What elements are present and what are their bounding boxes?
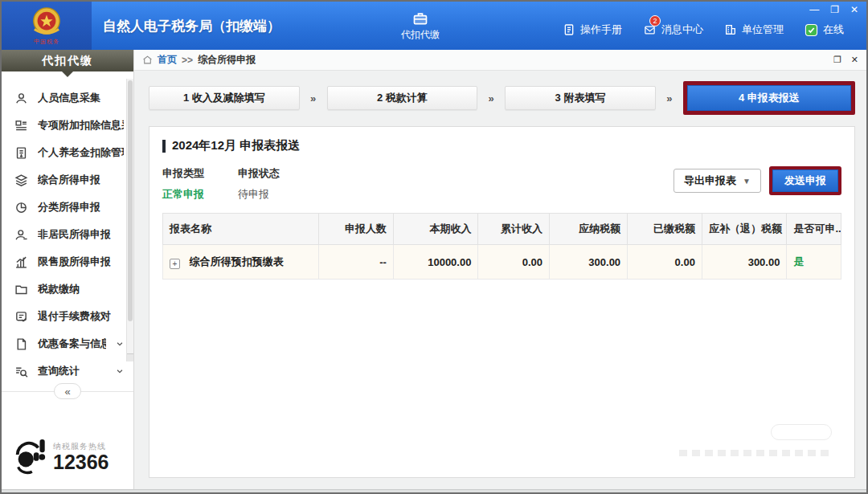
logo-caption: 中国税务 [34, 38, 59, 46]
pension-doc-icon [14, 146, 28, 160]
step-1-income[interactable]: 1 收入及减除填写 [149, 86, 300, 110]
send-highlight-annotation: 发送申报 [769, 166, 841, 195]
message-label: 消息中心 [661, 22, 703, 37]
send-declaration-button[interactable]: 发送申报 [772, 169, 838, 192]
minimize-button[interactable]: — [809, 5, 819, 14]
cell-can-declare: 是 [787, 245, 841, 280]
declare-type-value: 正常申报 [162, 187, 204, 202]
sidebar: 代扣代缴 人员信息采集 专项附加扣除信息采集 个人养老金扣除管理 综合所得申报 [2, 50, 134, 489]
action-buttons: 导出申报表 ▼ 发送申报 [674, 166, 841, 195]
step-separator: » [300, 92, 327, 104]
cell-tax-paid: 0.00 [628, 245, 702, 280]
expand-row-icon[interactable]: + [170, 259, 180, 269]
declare-status-label: 申报状态 [238, 166, 280, 181]
sidebar-item-comprehensive-income[interactable]: 综合所得申报 [2, 166, 133, 194]
sidebar-collapse-bar: « [2, 391, 133, 399]
cell-cumulative-income: 0.00 [478, 245, 550, 280]
sidebar-title: 代扣代缴 [2, 50, 133, 71]
export-report-button[interactable]: 导出申报表 ▼ [674, 169, 761, 193]
inner-window-controls: ❐ ✕ [833, 55, 858, 65]
sidebar-item-label: 非居民所得申报 [38, 227, 111, 242]
file-icon [14, 337, 28, 351]
header-links: 操作手册 2 消息中心 单位管理 在线 [563, 22, 866, 37]
sidebar-item-preferential-filing[interactable]: 优惠备案与信息报送 [2, 330, 133, 357]
cell-report-name: + 综合所得预扣预缴表 [163, 245, 319, 280]
step-separator: » [477, 92, 505, 104]
sidebar-item-label: 综合所得申报 [38, 173, 100, 187]
sidebar-item-pension-deduction[interactable]: 个人养老金扣除管理 [2, 139, 133, 166]
tab-daikou-daijiao[interactable]: 代扣代缴 [401, 10, 440, 42]
sidebar-item-nonresident-income[interactable]: 非居民所得申报 [2, 221, 133, 248]
doc-check-icon [14, 310, 28, 324]
person-icon [14, 92, 28, 105]
online-label: 在线 [823, 22, 844, 37]
app-title: 自然人电子税务局（扣缴端） [103, 17, 280, 35]
sidebar-item-refund-check[interactable]: 退付手续费核对 [2, 303, 133, 330]
declare-type-block: 申报类型 正常申报 [162, 166, 204, 202]
col-tax-payable: 应纳税额 [550, 214, 628, 245]
step-separator: » [656, 92, 683, 104]
breadcrumb-home[interactable]: 首页 [158, 53, 177, 67]
sidebar-item-label: 税款缴纳 [38, 282, 80, 296]
header-tab-label: 代扣代缴 [401, 28, 440, 42]
scrollbar-down-button[interactable] [127, 353, 133, 361]
sidebar-menu: 人员信息采集 专项附加扣除信息采集 个人养老金扣除管理 综合所得申报 分类所得申… [2, 71, 133, 385]
message-center-link[interactable]: 2 消息中心 [643, 22, 703, 37]
main-area: 首页 >> 综合所得申报 ❐ ✕ 1 收入及减除填写 » 2 税款计算 » 3 … [134, 50, 866, 489]
card-title-row: 2024年12月 申报表报送 [162, 138, 841, 153]
col-cumulative-income: 累计收入 [478, 214, 550, 245]
report-name-text: 综合所得预扣预缴表 [190, 255, 284, 267]
chevron-down-icon: ▼ [743, 177, 751, 186]
step-3-attached-tables[interactable]: 3 附表填写 [505, 86, 656, 110]
briefcase-icon [411, 10, 429, 27]
layers-icon [14, 174, 28, 187]
sidebar-item-special-deduction[interactable]: 专项附加扣除信息采集 [2, 112, 133, 139]
form-icon [14, 119, 28, 133]
breadcrumb-separator: >> [182, 55, 193, 66]
bar-chart-icon [14, 255, 28, 269]
online-icon [805, 23, 818, 37]
unit-management-link[interactable]: 单位管理 [724, 22, 784, 37]
sidebar-item-label: 退付手续费核对 [38, 309, 111, 324]
breadcrumb: 首页 >> 综合所得申报 ❐ ✕ [134, 50, 866, 71]
sidebar-item-tax-payment[interactable]: 税款缴纳 [2, 276, 133, 303]
sidebar-collapse-button[interactable]: « [54, 383, 81, 399]
chevron-down-icon [116, 338, 124, 350]
inner-restore-button[interactable]: ❐ [833, 55, 841, 65]
sidebar-item-query-statistics[interactable]: 查询统计 [2, 357, 133, 385]
close-button[interactable]: ✕ [850, 5, 858, 14]
cell-current-income: 10000.00 [393, 245, 478, 280]
sidebar-item-classified-income[interactable]: 分类所得申报 [2, 194, 133, 221]
home-icon [142, 55, 153, 65]
maximize-button[interactable]: ❐ [830, 5, 839, 14]
step-bar: 1 收入及减除填写 » 2 税款计算 » 3 附表填写 » 4 申报表报送 [134, 71, 866, 121]
step-4-submit[interactable]: 4 申报表报送 [687, 85, 851, 111]
message-badge: 2 [649, 15, 661, 27]
sidebar-item-personnel-info[interactable]: 人员信息采集 [2, 84, 133, 112]
building-icon [724, 23, 737, 36]
inner-close-button[interactable]: ✕ [851, 55, 858, 65]
sidebar-item-label: 限售股所得申报 [38, 255, 111, 269]
declaration-card: 2024年12月 申报表报送 申报类型 正常申报 申报状态 待申报 导出申报表 [149, 126, 855, 478]
sidebar-item-label: 个人养老金扣除管理 [38, 145, 124, 160]
table-row[interactable]: + 综合所得预扣预缴表 -- 10000.00 0.00 300.00 0.00… [163, 245, 841, 280]
declare-type-label: 申报类型 [162, 166, 204, 181]
manual-link[interactable]: 操作手册 [563, 22, 622, 37]
cell-tax-due-refund: 300.00 [702, 245, 787, 280]
sidebar-item-label: 优惠备案与信息报送 [38, 337, 106, 351]
meta-row: 申报类型 正常申报 申报状态 待申报 导出申报表 ▼ 发送申报 [162, 166, 841, 202]
sidebar-item-label: 分类所得申报 [38, 200, 100, 214]
window-controls: — ❐ ✕ [809, 5, 858, 14]
titlebar: 中国税务 自然人电子税务局（扣缴端） 代扣代缴 操作手册 2 消息 [2, 2, 866, 50]
step-2-tax-calc[interactable]: 2 税款计算 [327, 86, 478, 110]
chevron-down-icon [116, 365, 124, 378]
col-report-name: 报表名称 [163, 214, 319, 245]
national-emblem-icon [31, 6, 62, 37]
sidebar-item-restricted-stock[interactable]: 限售股所得申报 [2, 248, 133, 276]
tax-bureau-logo: 中国税务 [2, 2, 92, 50]
online-status[interactable]: 在线 [805, 22, 844, 37]
sidebar-scrollbar[interactable] [126, 79, 133, 361]
window-bottom-edge [2, 489, 866, 492]
scrollbar-thumb[interactable] [128, 80, 133, 321]
sidebar-item-label: 人员信息采集 [38, 91, 100, 105]
